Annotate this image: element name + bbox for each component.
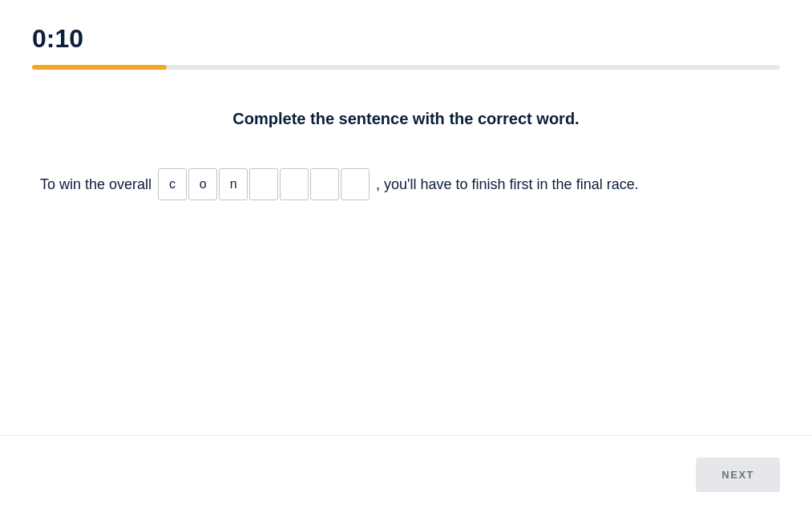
progress-bar-container	[32, 65, 780, 70]
timer-display: 0:10	[32, 24, 780, 54]
letter-box-6[interactable]	[341, 168, 370, 200]
bottom-bar: NEXT	[696, 458, 780, 492]
letter-box-0[interactable]: c	[158, 168, 187, 200]
page-container: 0:10 Complete the sentence with the corr…	[0, 0, 812, 508]
letter-box-3[interactable]	[249, 168, 278, 200]
bottom-divider	[0, 435, 812, 436]
letter-box-2[interactable]: n	[219, 168, 248, 200]
letter-box-4[interactable]	[280, 168, 309, 200]
progress-bar-fill	[32, 65, 167, 70]
letter-boxes: con	[158, 168, 370, 200]
sentence-before: To win the overall	[40, 176, 151, 193]
letter-box-1[interactable]: o	[188, 168, 217, 200]
next-button[interactable]: NEXT	[696, 458, 780, 492]
sentence-after: , you'll have to finish first in the fin…	[376, 176, 639, 193]
letter-box-5[interactable]	[310, 168, 339, 200]
question-instruction: Complete the sentence with the correct w…	[32, 110, 780, 128]
sentence-area: To win the overall con , you'll have to …	[32, 168, 780, 200]
